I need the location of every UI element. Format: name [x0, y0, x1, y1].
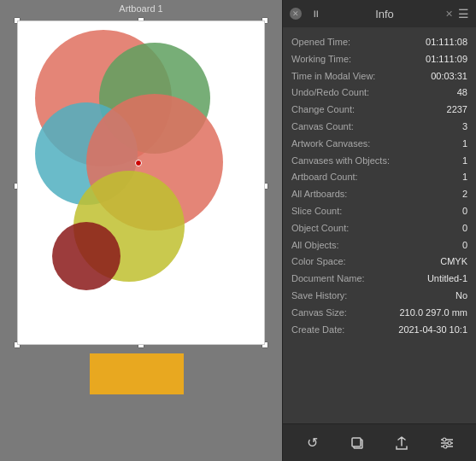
info-value: 210.0 297.0 mm: [400, 305, 468, 322]
info-value: 01:111:09: [426, 51, 467, 68]
info-label: Color Space:: [291, 254, 346, 271]
info-label: Canvas Count:: [291, 119, 354, 136]
info-row: Time in Modal View:00:03:31: [291, 68, 467, 85]
info-row: Canvas Size:210.0 297.0 mm: [291, 305, 467, 322]
info-value: 2: [462, 186, 467, 203]
info-value: 0: [462, 203, 467, 220]
info-row: Create Date:2021-04-30 10:1: [291, 322, 467, 339]
panel-menu-button[interactable]: ☰: [458, 7, 469, 20]
info-row: Working Time:01:111:09: [291, 51, 467, 68]
panel-pause-button[interactable]: ⏸: [307, 8, 324, 20]
info-value: 01:111:08: [426, 34, 467, 51]
info-row: Object Count:0: [291, 220, 467, 237]
copy-button[interactable]: [345, 431, 369, 455]
artboard[interactable]: [17, 20, 265, 345]
info-label: Save History:: [291, 288, 347, 305]
panel-title-close[interactable]: ✕: [445, 9, 453, 20]
rect-below: [90, 353, 184, 394]
info-label: Working Time:: [291, 51, 351, 68]
info-row: Artwork Canvases:1: [291, 136, 467, 153]
info-value: CMYK: [440, 254, 467, 271]
info-row: All Artboards:2: [291, 186, 467, 203]
circle-5: [52, 222, 120, 290]
info-label: Opened Time:: [291, 34, 350, 51]
info-label: Change Count:: [291, 102, 355, 119]
info-value: 3: [462, 119, 467, 136]
info-row: Color Space:CMYK: [291, 254, 467, 271]
svg-point-6: [448, 441, 451, 445]
info-row: Document Name:Untitled-1: [291, 271, 467, 288]
info-row: Change Count:2237: [291, 102, 467, 119]
info-row: Slice Count:0: [291, 203, 467, 220]
refresh-button[interactable]: ↺: [300, 431, 324, 455]
artboard-wrapper: [17, 20, 265, 345]
info-label: Document Name:: [291, 271, 365, 288]
panel-content: Opened Time:01:111:08Working Time:01:111…: [283, 27, 476, 423]
artboard-title: Artboard 1: [0, 0, 282, 15]
info-value: No: [455, 288, 467, 305]
panel-footer: ↺: [283, 423, 476, 461]
info-row: Canvases with Objects:1: [291, 153, 467, 170]
info-value: 2237: [447, 102, 467, 119]
info-value: 1: [462, 136, 467, 153]
center-dot: [135, 160, 142, 166]
info-label: Artboard Count:: [291, 169, 358, 186]
info-label: Canvases with Objects:: [291, 153, 390, 170]
info-label: Canvas Size:: [291, 305, 347, 322]
info-value: 0: [462, 220, 467, 237]
info-label: Slice Count:: [291, 203, 342, 220]
info-value: 1: [462, 153, 467, 170]
info-row: All Objects:0: [291, 237, 467, 254]
panel-header: ✕ ⏸ Info ✕ ☰: [283, 0, 476, 27]
svg-point-7: [444, 445, 447, 448]
panel-title: Info: [329, 8, 440, 20]
svg-point-5: [443, 438, 446, 441]
settings-button[interactable]: [435, 431, 459, 455]
canvas-area: Artboard 1: [0, 0, 282, 461]
info-label: Time in Modal View:: [291, 68, 375, 85]
info-row: Canvas Count:3: [291, 119, 467, 136]
info-value: Untitled-1: [427, 271, 467, 288]
info-value: 48: [457, 85, 467, 102]
svg-rect-1: [352, 438, 361, 446]
info-label: Artwork Canvases:: [291, 136, 370, 153]
info-row: Opened Time:01:111:08: [291, 34, 467, 51]
info-row: Undo/Redo Count:48: [291, 85, 467, 102]
info-value: 00:03:31: [431, 68, 467, 85]
panel-close-button[interactable]: ✕: [290, 8, 302, 20]
info-row: Save History:No: [291, 288, 467, 305]
info-label: Undo/Redo Count:: [291, 85, 369, 102]
info-value: 2021-04-30 10:1: [398, 322, 467, 339]
info-row: Artboard Count:1: [291, 169, 467, 186]
info-value: 0: [462, 237, 467, 254]
info-panel: ✕ ⏸ Info ✕ ☰ Opened Time:01:111:08Workin…: [282, 0, 476, 461]
info-label: All Artboards:: [291, 186, 347, 203]
info-label: Object Count:: [291, 220, 349, 237]
info-label: All Objects:: [291, 237, 339, 254]
info-value: 1: [462, 169, 467, 186]
info-label: Create Date:: [291, 322, 344, 339]
export-button[interactable]: [390, 431, 414, 455]
